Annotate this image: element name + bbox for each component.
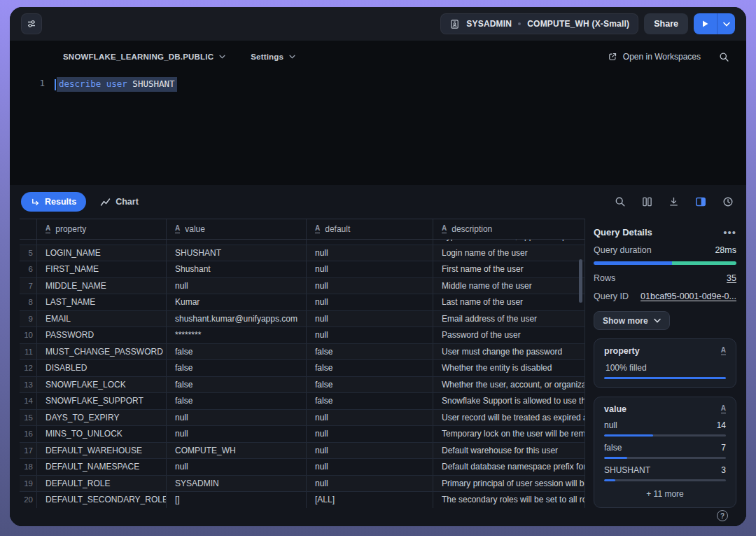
cell-value[interactable]: null — [166, 278, 306, 294]
help-button[interactable]: ? — [717, 510, 728, 521]
table-row[interactable]: 16 MINS_TO_UNLOCK null null Temporary lo… — [20, 426, 584, 443]
query-duration-bar[interactable] — [594, 261, 736, 265]
cell-value[interactable]: SHUSHANT — [166, 245, 306, 261]
tab-results[interactable]: Results — [21, 192, 86, 212]
cell-description[interactable]: Primary principal of user session will b… — [433, 476, 584, 492]
cell-value[interactable]: false — [166, 360, 306, 376]
cell-default[interactable]: null — [306, 327, 433, 343]
cell-default[interactable]: [ALL] — [306, 492, 433, 508]
cell-description[interactable]: Default warehouse for this user — [433, 443, 584, 459]
cell-description[interactable]: Last name of the user — [433, 294, 584, 310]
vertical-scrollbar[interactable] — [579, 259, 582, 303]
cell-value[interactable]: Kumar — [166, 294, 306, 310]
cell-property[interactable]: DISABLED — [36, 360, 166, 376]
search-results-icon[interactable] — [615, 196, 626, 207]
cell-property[interactable]: SNOWFLAKE_LOCK — [36, 377, 166, 393]
table-row[interactable]: 18 DEFAULT_NAMESPACE null null Default d… — [20, 459, 584, 476]
cell-default[interactable]: null — [306, 311, 433, 327]
table-row[interactable]: 15 DAYS_TO_EXPIRY null null User record … — [20, 410, 584, 427]
cell-property[interactable]: PASSWORD — [36, 327, 166, 343]
cell-description[interactable]: User must change the password — [433, 344, 584, 360]
cell-property[interactable]: FIRST_NAME — [36, 261, 166, 277]
cell-value[interactable]: COMPUTE_WH — [166, 443, 306, 459]
download-icon[interactable] — [668, 196, 679, 207]
query-history-icon[interactable] — [722, 196, 734, 207]
cell-property[interactable]: MIDDLE_NAME — [36, 278, 166, 294]
cell-description[interactable]: Password of the user — [433, 327, 584, 343]
cell-default[interactable]: null — [306, 261, 433, 277]
cell-description[interactable]: Login name of the user — [433, 245, 584, 261]
cell-default[interactable]: null — [306, 278, 433, 294]
settings-menu[interactable]: Settings — [251, 53, 295, 61]
cell-value[interactable]: false — [166, 393, 306, 409]
table-row[interactable]: 11 MUST_CHANGE_PASSWORD false false User… — [20, 344, 584, 361]
context-selector[interactable]: SYSADMIN COMPUTE_WH (X-Small) — [440, 13, 638, 34]
side-panel-toggle-icon[interactable] — [695, 196, 706, 207]
run-options-button[interactable] — [718, 13, 735, 34]
value-histogram-item[interactable]: false 7 — [604, 443, 726, 459]
cell-property[interactable]: EMAIL — [36, 311, 166, 327]
table-row[interactable]: 4 TYPE null null Type of the account, ap… — [20, 240, 584, 245]
cell-description[interactable]: User record will be treated as expired a — [433, 410, 584, 426]
cell-default[interactable]: false — [306, 393, 433, 409]
table-row[interactable]: 6 FIRST_NAME Shushant null First name of… — [20, 261, 584, 278]
column-header-property[interactable]: Aproperty — [36, 219, 166, 239]
cell-property[interactable]: LOGIN_NAME — [36, 245, 166, 261]
cell-value[interactable]: [] — [166, 492, 306, 508]
table-row[interactable]: 17 DEFAULT_WAREHOUSE COMPUTE_WH null Def… — [20, 443, 584, 460]
cell-default[interactable]: null — [306, 294, 433, 310]
cell-default[interactable]: false — [306, 377, 433, 393]
table-row[interactable]: 13 SNOWFLAKE_LOCK false false Whether th… — [20, 377, 584, 394]
search-icon[interactable] — [719, 52, 729, 62]
code-area[interactable]: 1 describe user SHUSHANT — [10, 77, 746, 92]
cell-property[interactable]: DEFAULT_WAREHOUSE — [36, 443, 166, 459]
cell-description[interactable]: Middle name of the user — [433, 278, 584, 294]
cell-default[interactable]: false — [306, 344, 433, 360]
table-row[interactable]: 20 DEFAULT_SECONDARY_ROLES [] [ALL] The … — [20, 492, 584, 508]
cell-value[interactable]: null — [166, 240, 306, 245]
value-histogram-item[interactable]: null 14 — [604, 420, 726, 437]
table-row[interactable]: 19 DEFAULT_ROLE SYSADMIN null Primary pr… — [20, 476, 584, 493]
cell-default[interactable]: false — [306, 360, 433, 376]
columns-icon[interactable] — [642, 196, 652, 207]
cell-description[interactable]: Whether the entity is disabled — [433, 360, 584, 376]
cell-default[interactable]: null — [306, 245, 433, 261]
cell-property[interactable]: LAST_NAME — [36, 294, 166, 310]
cell-description[interactable]: Default database namespace prefix for — [433, 459, 584, 475]
value-stats-card[interactable]: value A null 14 false 7 SHUSHANT 3 + 11 … — [594, 397, 736, 508]
query-id-link[interactable]: 01bcaf95-0001-0d9e-0... — [640, 291, 736, 301]
value-histogram-item[interactable]: SHUSHANT 3 — [604, 465, 726, 481]
cell-value[interactable]: shushant.kumar@unifyapps.com — [166, 311, 306, 327]
table-row[interactable]: 7 MIDDLE_NAME null null Middle name of t… — [20, 278, 584, 295]
property-stats-card[interactable]: property A 100% filled — [594, 338, 736, 388]
cell-description[interactable]: Temporary lock on the user will be rem — [433, 426, 584, 442]
rows-count-link[interactable]: 35 — [727, 273, 736, 283]
cell-property[interactable]: DEFAULT_SECONDARY_ROLES — [36, 492, 166, 508]
cell-property[interactable]: DEFAULT_ROLE — [36, 476, 166, 492]
table-row[interactable]: 5 LOGIN_NAME SHUSHANT null Login name of… — [20, 245, 584, 262]
database-schema-selector[interactable]: SNOWFLAKE_LEARNING_DB.PUBLIC — [63, 53, 225, 61]
cell-property[interactable]: TYPE — [36, 240, 166, 245]
column-header-default[interactable]: Adefault — [306, 219, 433, 239]
cell-value[interactable]: false — [166, 344, 306, 360]
column-header-value[interactable]: Avalue — [166, 219, 306, 239]
cell-description[interactable]: Email address of the user — [433, 311, 584, 327]
more-menu-icon[interactable]: ••• — [723, 226, 736, 238]
table-row[interactable]: 8 LAST_NAME Kumar null Last name of the … — [20, 294, 584, 311]
cell-value[interactable]: SYSADMIN — [166, 476, 306, 492]
cell-description[interactable]: Snowflake Support is allowed to use th — [433, 393, 584, 409]
cell-default[interactable]: null — [306, 240, 433, 245]
cell-property[interactable]: MUST_CHANGE_PASSWORD — [36, 344, 166, 360]
run-button[interactable] — [694, 13, 717, 34]
table-row[interactable]: 9 EMAIL shushant.kumar@unifyapps.com nul… — [20, 311, 584, 328]
table-row[interactable]: 10 PASSWORD ******** null Password of th… — [20, 327, 584, 344]
cell-default[interactable]: null — [306, 410, 433, 426]
cell-value[interactable]: null — [166, 410, 306, 426]
cell-description[interactable]: Type of the account, application packa — [433, 240, 584, 245]
cell-value[interactable]: false — [166, 377, 306, 393]
cell-value[interactable]: null — [166, 426, 306, 442]
cell-property[interactable]: DEFAULT_NAMESPACE — [36, 459, 166, 475]
share-button[interactable]: Share — [644, 13, 688, 34]
cell-value[interactable]: ******** — [166, 327, 306, 343]
cell-value[interactable]: null — [166, 459, 306, 475]
